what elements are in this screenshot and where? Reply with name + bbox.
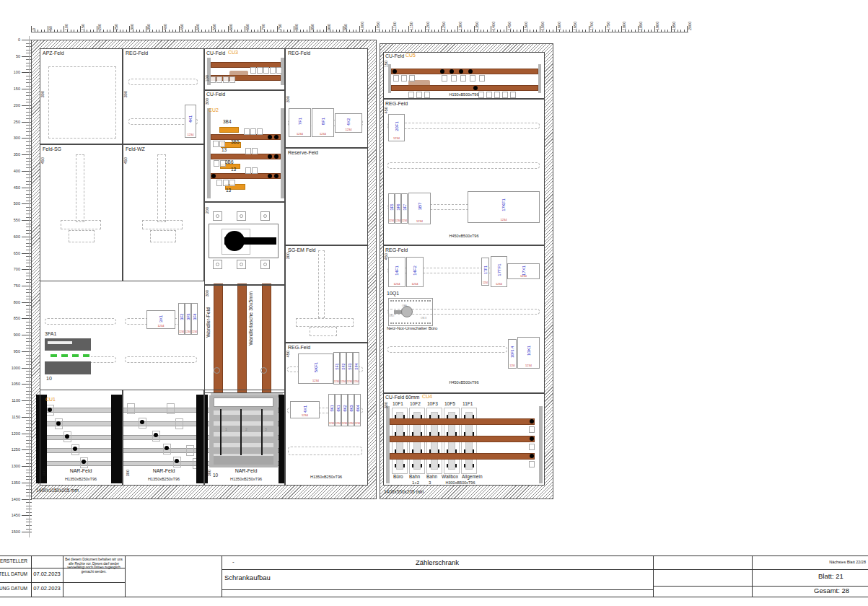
component-label: 5F2 bbox=[341, 363, 346, 369]
field-height-label: 300 bbox=[123, 91, 128, 97]
ruler-tick bbox=[22, 154, 32, 155]
component-label: 5F4 bbox=[354, 363, 359, 369]
component-6k3: 6K31234 bbox=[348, 394, 354, 426]
field-height-label: 300 bbox=[207, 470, 211, 476]
ruler-label: 1550 bbox=[540, 9, 545, 30]
field-height-label: 300 bbox=[42, 470, 46, 476]
ruler-tick bbox=[22, 335, 32, 335]
ruler-label: 550 bbox=[212, 9, 216, 30]
component-6k1: 6K11234 bbox=[335, 394, 341, 426]
component-4x1: 4X11234 bbox=[290, 401, 320, 418]
ruler-label: 1450 bbox=[507, 9, 512, 30]
annotation: 3 bbox=[429, 480, 431, 485]
component-5f3: 5F31234 bbox=[346, 352, 353, 385]
ruler-tick bbox=[22, 122, 32, 123]
ruler-label: 400 bbox=[163, 9, 167, 30]
component-label: 3B7 bbox=[418, 203, 422, 211]
titleblock-title: Zählerschrank bbox=[222, 558, 653, 566]
ruler-label: 350 bbox=[3, 152, 20, 157]
component-5kf1: 5KF11234 bbox=[298, 354, 333, 384]
component-3b7: 3B71234 bbox=[408, 193, 431, 224]
ruler-tick bbox=[22, 318, 32, 319]
component-label: 6K1 bbox=[336, 405, 341, 411]
field-label: REG-Feld bbox=[385, 101, 408, 106]
field-label: REG-Feld bbox=[385, 247, 408, 252]
component-3x1: 3X11234 bbox=[146, 310, 175, 329]
component-3f7: 3F71234 bbox=[401, 193, 408, 224]
annotation: 10F3 bbox=[427, 401, 438, 406]
ruler-label: 300 bbox=[130, 9, 134, 30]
ruler-label: 400 bbox=[3, 169, 20, 173]
ruler-label: 900 bbox=[327, 9, 331, 30]
field-reserve-feld bbox=[285, 148, 368, 245]
field-size-label: H450xB500xT96 bbox=[421, 380, 507, 385]
component-label: 5F3 bbox=[348, 363, 352, 369]
ruler-label: 800 bbox=[3, 300, 20, 304]
field-size-label: H450xB500xT96 bbox=[421, 234, 507, 238]
ruler-label: 700 bbox=[261, 9, 266, 30]
annotation: 3 bbox=[265, 427, 267, 431]
component-label: 7F1 bbox=[298, 118, 302, 125]
component-terminal-label: 1234 bbox=[389, 282, 405, 286]
ruler-tick bbox=[22, 384, 32, 385]
ruler-label: 1150 bbox=[409, 9, 413, 30]
ruler-tick bbox=[22, 138, 32, 139]
field-label: Feld-WZ bbox=[126, 146, 145, 152]
ruler-label: 1500 bbox=[524, 9, 528, 30]
annotation: Wandlerlasche 30x5mm bbox=[248, 291, 253, 346]
titleblock-row-label: ÄNDERUNG DATUM bbox=[0, 586, 30, 591]
annotation: 3B4 bbox=[223, 119, 232, 124]
ruler-tick bbox=[22, 400, 32, 401]
ruler-label: 0 bbox=[3, 38, 20, 42]
component-terminal-label: 1234 bbox=[355, 422, 360, 425]
field-feld-sg bbox=[40, 144, 123, 281]
component-terminal-label: 1234 bbox=[395, 219, 400, 222]
ruler-label: 300 bbox=[3, 136, 20, 140]
ruler-label: 1100 bbox=[393, 9, 397, 30]
ruler-label: 650 bbox=[3, 251, 20, 255]
ruler-label: 50 bbox=[3, 54, 20, 58]
component-label: 20F1 bbox=[395, 121, 399, 131]
ruler-tick bbox=[22, 449, 32, 450]
titleblock-line bbox=[0, 556, 868, 556]
ruler-label: 450 bbox=[180, 9, 184, 30]
titleblock-line bbox=[752, 556, 753, 597]
field-size-label: H1350xB250xT96 bbox=[38, 477, 124, 481]
cabinet-dimension: 1400x550x205 mm bbox=[384, 489, 424, 494]
component-3f4: 3F41234 bbox=[191, 303, 198, 335]
ruler-label: 1050 bbox=[376, 9, 380, 30]
titleblock-line bbox=[653, 556, 654, 597]
component-3f3: 3F31234 bbox=[185, 303, 191, 335]
component-terminal-label: 1234 bbox=[289, 132, 310, 136]
component-terminal-label: 1234 bbox=[312, 132, 333, 136]
ruler-tick bbox=[22, 302, 32, 303]
ruler-tick bbox=[22, 220, 32, 221]
component-terminal-label: 1234 bbox=[389, 136, 404, 140]
titleblock-next-sheet: Nächstes Blatt 22/28 bbox=[753, 560, 866, 564]
component-terminal-label: 1234 bbox=[409, 219, 430, 223]
field-label: CU-Feld 60mm bbox=[385, 395, 419, 400]
drawing-sheet: 0501001502002503003504004505005506006507… bbox=[0, 0, 868, 606]
component-terminal-label: 1234 bbox=[336, 422, 341, 425]
field-blank bbox=[204, 202, 285, 285]
component-label: 5K1 bbox=[330, 405, 334, 411]
ruler-label: 1100 bbox=[3, 398, 20, 403]
ruler-label: 150 bbox=[3, 87, 20, 91]
titleblock-copyright: Bei diesem Dokument behalten wir uns all… bbox=[64, 558, 123, 574]
component-terminal-label: 1234 bbox=[508, 274, 539, 278]
ruler-tick bbox=[22, 499, 32, 500]
titleblock-line bbox=[222, 589, 653, 590]
component-label: 14F2 bbox=[413, 265, 417, 276]
ruler-tick bbox=[22, 466, 32, 467]
ruler-label: 150 bbox=[81, 9, 85, 30]
field-cu-tag: CU4 bbox=[422, 394, 432, 399]
annotation: 10 bbox=[213, 473, 218, 478]
annotation: CU1 bbox=[45, 397, 56, 402]
component-17tf1: 17TF11234 bbox=[491, 256, 507, 287]
annotation: 13 bbox=[222, 147, 227, 152]
field-label: SG-EM Feld bbox=[288, 247, 316, 252]
field-size-label: H150xB500xT96 bbox=[421, 92, 507, 97]
component-terminal-label: 1234 bbox=[491, 282, 507, 286]
field-height-label: 300 bbox=[205, 290, 209, 297]
annotation: 10Q1 bbox=[387, 291, 399, 296]
